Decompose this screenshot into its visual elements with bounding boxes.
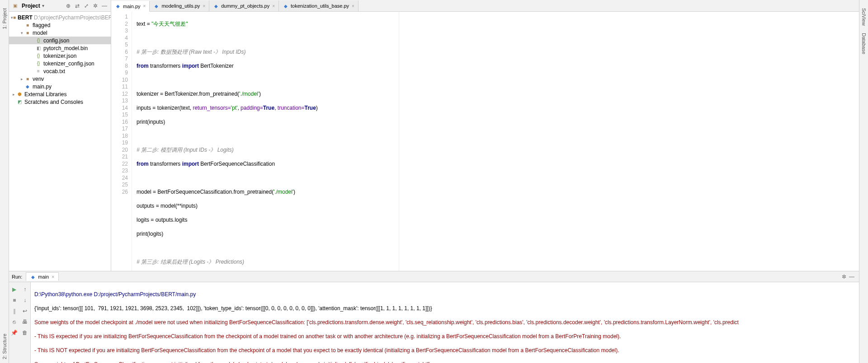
run-panel: Run: ◆main× ✲ — ▶ ■ ‖ ⎋ 📌 ↑ ↓ ↩ 🖶 xyxy=(9,271,859,363)
run-down-icon[interactable]: ↓ xyxy=(21,296,29,304)
tree-pytorch-model-bin[interactable]: ◧pytorch_model.bin xyxy=(9,44,111,52)
right-margin-line xyxy=(399,12,399,271)
tree-external-libs[interactable]: ▸⬢External Libraries xyxy=(9,90,111,98)
project-tool-button[interactable]: 1: Project xyxy=(2,8,7,29)
editor-tabbar: ◆main.py× ◆modeling_utils.py× ◆dummy_pt_… xyxy=(111,0,859,12)
project-panel-title: Project xyxy=(22,3,40,9)
console-output[interactable]: D:\Python38\python.exe D:/project/Pychar… xyxy=(31,282,859,363)
tree-scratches[interactable]: ◩Scratches and Consoles xyxy=(9,98,111,106)
tree-root[interactable]: ▾■BERT D:\project\PycharmProjects\BERT xyxy=(9,14,111,21)
run-print-icon[interactable]: 🖶 xyxy=(21,318,29,326)
editor-area: ◆main.py× ◆modeling_utils.py× ◆dummy_pt_… xyxy=(111,0,859,271)
tab-tokenization-utils-base[interactable]: ◆tokenization_utils_base.py× xyxy=(279,0,359,11)
structure-tool-button[interactable]: 2: Structure xyxy=(2,334,7,359)
database-tool-button[interactable]: Database xyxy=(861,33,867,54)
collapse-icon[interactable]: ⤢ xyxy=(83,2,90,9)
tab-modeling-utils[interactable]: ◆modeling_utils.py× xyxy=(150,0,209,11)
run-title: Run: xyxy=(12,274,22,279)
right-tool-stripe: SciView Database xyxy=(859,0,868,363)
run-clear-icon[interactable]: 🗑 xyxy=(21,329,29,337)
tree-venv[interactable]: ▸■venv xyxy=(9,75,111,83)
project-panel: ▣ Project ▾ ⊕ ⇄ ⤢ ✲ — ▾■BERT D:\project\… xyxy=(9,0,111,271)
tree-tokenizer-json[interactable]: {}tokenizer.json xyxy=(9,52,111,60)
close-icon[interactable]: × xyxy=(272,4,275,9)
run-pause-icon[interactable]: ‖ xyxy=(10,307,19,315)
run-toolbar: ▶ ■ ‖ ⎋ 📌 ↑ ↓ ↩ 🖶 🗑 xyxy=(9,282,31,363)
project-panel-header: ▣ Project ▾ ⊕ ⇄ ⤢ ✲ — xyxy=(9,0,111,12)
run-panel-header: Run: ◆main× ✲ — xyxy=(9,271,859,282)
run-tab-main[interactable]: ◆main× xyxy=(26,272,58,281)
run-body: ▶ ■ ‖ ⎋ 📌 ↑ ↓ ↩ 🖶 🗑 D:\Python38\python.e… xyxy=(9,282,859,363)
project-icon: ▣ xyxy=(12,3,18,9)
close-icon[interactable]: × xyxy=(203,4,205,9)
settings-icon[interactable]: ✲ xyxy=(92,2,99,9)
run-pin-icon[interactable]: 📌 xyxy=(10,329,19,337)
tree-tokenizer-config-json[interactable]: {}tokenizer_config.json xyxy=(9,60,111,67)
tree-vocab-txt[interactable]: ≡vocab.txt xyxy=(9,67,111,75)
close-icon[interactable]: × xyxy=(352,4,354,9)
run-up-icon[interactable]: ↑ xyxy=(21,285,29,293)
run-settings-icon[interactable]: ✲ xyxy=(842,274,849,280)
tree-model[interactable]: ▾■model xyxy=(9,29,111,37)
main-column: ▣ Project ▾ ⊕ ⇄ ⤢ ✲ — ▾■BERT D:\project\… xyxy=(9,0,859,363)
left-tool-stripe: 1: Project 2: Structure xyxy=(0,0,9,363)
tab-main-py[interactable]: ◆main.py× xyxy=(111,1,150,12)
dropdown-icon[interactable]: ▾ xyxy=(42,3,44,8)
tree-main-py[interactable]: ◆main.py xyxy=(9,83,111,90)
tab-dummy-pt-objects[interactable]: ◆dummy_pt_objects.py× xyxy=(209,0,279,11)
top-row: ▣ Project ▾ ⊕ ⇄ ⤢ ✲ — ▾■BERT D:\project\… xyxy=(9,0,859,271)
project-tree[interactable]: ▾■BERT D:\project\PycharmProjects\BERT ■… xyxy=(9,12,111,271)
tree-config-json[interactable]: {}config.json xyxy=(9,37,111,44)
code-editor[interactable]: 1234567891011121314151617181920212223242… xyxy=(111,12,859,271)
sciview-tool-button[interactable]: SciView xyxy=(861,8,867,26)
close-icon[interactable]: × xyxy=(143,4,146,9)
code-body[interactable]: text = "今天天气很差" # 第一步: 数据预处理 (Raw text -… xyxy=(132,12,859,271)
locate-icon[interactable]: ⊕ xyxy=(65,2,72,9)
expand-icon[interactable]: ⇄ xyxy=(74,2,81,9)
run-stop-icon[interactable]: ■ xyxy=(10,296,19,304)
run-rerun-icon[interactable]: ▶ xyxy=(10,285,19,293)
tree-flagged[interactable]: ■flagged xyxy=(9,21,111,29)
run-softwrap-icon[interactable]: ↩ xyxy=(21,307,29,315)
hide-icon[interactable]: — xyxy=(101,2,108,9)
run-hide-icon[interactable]: — xyxy=(849,274,856,280)
run-exit-icon[interactable]: ⎋ xyxy=(10,318,19,326)
gutter: 1234567891011121314151617181920212223242… xyxy=(111,12,132,271)
